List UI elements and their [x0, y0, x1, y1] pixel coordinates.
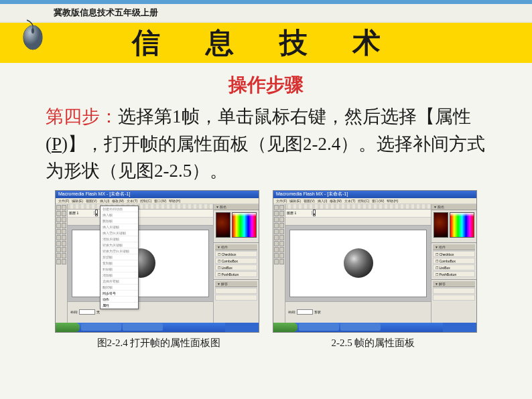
timeline: 图层 1 — [285, 204, 431, 226]
stage — [68, 226, 213, 301]
mouse-decoration-icon — [19, 19, 47, 55]
properties-panel: 补间: 形状 — [285, 301, 431, 323]
start-button-icon — [273, 323, 297, 332]
windows-taskbar — [273, 323, 476, 332]
context-menu: 创建补间动画插入帧删除帧插入关键帧插入空白关键帧清除关键帧转换为关键帧转换为空白… — [100, 206, 139, 309]
section-title: 操作步骤 — [0, 72, 532, 98]
ball-shape-icon — [344, 248, 373, 278]
caption-left: 图2-2.4 打开帧的属性面板图 — [65, 337, 253, 349]
caption-right: 2-2.5 帧的属性面板 — [279, 337, 467, 349]
gradient-preview-icon — [434, 212, 448, 238]
window-titlebar: Macromedia Flash MX - [未命名-1] — [273, 191, 476, 198]
right-panels: ▼ 颜色 ▼ 组件 ☐ Checkbox☐ ComboBox☐ ListBox☐… — [431, 204, 476, 323]
tween-dropdown — [297, 309, 313, 315]
instruction-text-2: )】，打开帧的属性面板（见图2-2.4）。选择补间方式为形状（见图2-2.5）。 — [46, 134, 485, 181]
figures-row: Macromedia Flash MX - [未命名-1] 文件(F)编辑(E)… — [0, 185, 532, 333]
properties-panel: 补间: 无 — [68, 301, 213, 323]
svg-point-3 — [31, 28, 34, 33]
figure-right: Macromedia Flash MX - [未命名-1] 文件(F)编辑(E)… — [273, 190, 477, 333]
step-label: 第四步： — [46, 106, 118, 127]
captions-row: 图2-2.4 打开帧的属性面板图 2-2.5 帧的属性面板 — [0, 337, 532, 349]
color-spectrum-icon — [450, 212, 474, 238]
windows-taskbar — [56, 323, 259, 332]
book-label: 冀教版信息技术五年级上册 — [0, 4, 532, 21]
flash-screenshot-right: Macromedia Flash MX - [未命名-1] 文件(F)编辑(E)… — [273, 190, 477, 333]
underlined-p: P — [52, 134, 62, 154]
menubar: 文件(F)编辑(E)视图(V)插入(I)修改(M)文本(T)控制(C)窗口(W)… — [273, 198, 476, 204]
start-button-icon — [56, 323, 80, 332]
instruction-paragraph: 第四步：选择第1帧，单击鼠标右键，然后选择【属性(P)】，打开帧的属性面板（见图… — [0, 103, 532, 185]
window-titlebar: Macromedia Flash MX - [未命名-1] — [56, 191, 259, 198]
tween-dropdown — [79, 309, 95, 315]
menubar: 文件(F)编辑(E)视图(V)插入(I)修改(M)文本(T)控制(C)窗口(W)… — [56, 198, 259, 204]
toolbox — [273, 204, 285, 323]
flash-screenshot-left: Macromedia Flash MX - [未命名-1] 文件(F)编辑(E)… — [55, 190, 259, 333]
toolbox — [56, 204, 68, 323]
stage — [285, 226, 431, 301]
timeline: 图层 1 创建补间动画插入帧删除帧插入关键帧插入空白关键帧清除关键帧转换为关键帧… — [68, 204, 213, 226]
figure-left: Macromedia Flash MX - [未命名-1] 文件(F)编辑(E)… — [55, 190, 259, 333]
gradient-preview-icon — [216, 212, 230, 238]
banner-title: 信 息 技 术 — [132, 24, 399, 62]
right-panels: ▼ 颜色 ▼ 组件 ☐ Checkbox☐ ComboBox☐ ListBox☐… — [213, 204, 259, 323]
color-spectrum-icon — [232, 212, 257, 238]
title-banner: 信 息 技 术 — [0, 21, 532, 63]
